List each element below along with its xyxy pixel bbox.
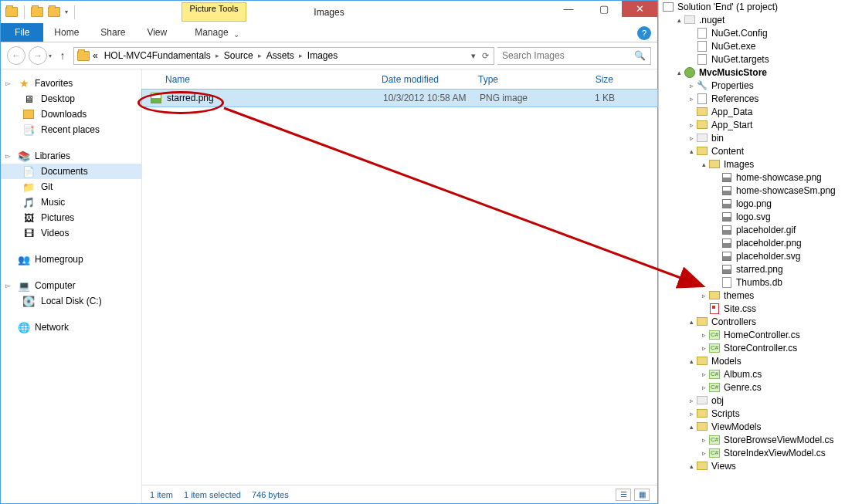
ribbon-tab-view[interactable]: View	[136, 23, 178, 42]
tree-item[interactable]: ▴ViewModels	[659, 420, 845, 433]
tree-item[interactable]: ▹C#Genre.cs	[659, 381, 845, 394]
address-bar[interactable]: « HOL-MVC4Fundamentals▸ Source▸ Assets▸ …	[73, 47, 494, 65]
tree-expander-icon[interactable]: ▹	[699, 449, 708, 457]
ribbon-tab-share[interactable]: Share	[90, 23, 136, 42]
refresh-icon[interactable]: ⟳	[482, 51, 489, 61]
address-dropdown-icon[interactable]: ▾	[471, 51, 476, 61]
app-icon[interactable]	[5, 6, 18, 19]
qat-dropdown-icon[interactable]: ▾	[65, 8, 68, 15]
breadcrumb[interactable]: Source	[221, 50, 256, 61]
breadcrumb[interactable]: Images	[304, 50, 341, 61]
tree-item[interactable]: ▴MvcMusicStore	[659, 66, 845, 79]
tree-item[interactable]: ▴Models	[659, 354, 845, 367]
solution-root[interactable]: Solution 'End' (1 project)	[659, 0, 845, 13]
back-button[interactable]: ←	[7, 46, 25, 65]
help-icon[interactable]: ?	[637, 26, 651, 40]
tree-item[interactable]: ▴Controllers	[659, 315, 845, 328]
tree-item[interactable]: ▹C#StoreBrowseViewModel.cs	[659, 433, 845, 446]
sidebar-item-desktop[interactable]: 🖥Desktop	[1, 91, 141, 107]
breadcrumb[interactable]: Assets	[263, 50, 297, 61]
tree-expander-icon[interactable]: ▴	[699, 161, 708, 168]
tree-item[interactable]: ·Thumbs.db	[659, 276, 845, 289]
sidebar-group-computer[interactable]: ▻💻Computer	[1, 278, 141, 293]
sidebar-item-git[interactable]: 📁Git	[1, 179, 141, 194]
tree-expander-icon[interactable]: ▹	[699, 370, 708, 378]
tree-item[interactable]: ·placeholder.gif	[659, 223, 845, 236]
view-details-button[interactable]: ☰	[616, 489, 631, 501]
ribbon-tab-manage[interactable]: Manage	[184, 23, 239, 42]
tree-item[interactable]: ·logo.png	[659, 197, 845, 210]
tree-item[interactable]: ▹App_Start	[659, 118, 845, 131]
minimize-button[interactable]: —	[551, 1, 586, 17]
column-type[interactable]: Type	[478, 74, 567, 85]
tree-item[interactable]: ▹References	[659, 92, 845, 105]
tree-item[interactable]: ·Site.css	[659, 302, 845, 315]
tree-item[interactable]: ·App_Data	[659, 105, 845, 118]
view-thumbnails-button[interactable]: ▦	[634, 489, 650, 501]
qat-properties-icon[interactable]	[31, 6, 43, 19]
tree-item[interactable]: ▹C#HomeController.cs	[659, 328, 845, 341]
ribbon-tab-home[interactable]: Home	[43, 23, 90, 42]
tree-expander-icon[interactable]: ▹	[699, 436, 708, 444]
sidebar-item-network[interactable]: 🌐Network	[1, 320, 141, 335]
tree-item[interactable]: ▹obj	[659, 394, 845, 407]
sidebar-group-libraries[interactable]: ▻📚Libraries	[1, 148, 141, 164]
sidebar-item-music[interactable]: 🎵Music	[1, 194, 141, 210]
tree-item[interactable]: ·placeholder.svg	[659, 249, 845, 262]
tree-expander-icon[interactable]: ▴	[687, 147, 696, 155]
title-bar[interactable]: ▾ Picture Tools Images — ▢ ✕	[1, 1, 657, 23]
sidebar-item-pictures[interactable]: 🖼Pictures	[1, 210, 141, 225]
file-row[interactable]: starred.png 10/3/2012 10:58 AM PNG image…	[142, 90, 657, 107]
search-input[interactable]	[502, 50, 634, 61]
tree-item[interactable]: ▴Views	[659, 459, 845, 472]
tree-expander-icon[interactable]: ▴	[674, 69, 684, 76]
sidebar-group-favorites[interactable]: ▻★Favorites	[1, 76, 141, 91]
column-size[interactable]: Size	[567, 74, 613, 85]
ribbon-context-tab[interactable]: Picture Tools	[182, 2, 246, 22]
tree-expander-icon[interactable]: ▹	[687, 95, 696, 103]
sidebar-item-documents[interactable]: 📄Documents	[1, 164, 141, 179]
tree-item[interactable]: ·NuGet.targets	[659, 52, 845, 66]
sidebar-item-recent[interactable]: 📑Recent places	[1, 122, 141, 137]
tree-item[interactable]: ·home-showcase.png	[659, 171, 845, 184]
tree-item[interactable]: ▹C#StoreIndexViewModel.cs	[659, 446, 845, 459]
forward-button[interactable]: →	[29, 46, 47, 65]
breadcrumb[interactable]: HOL-MVC4Fundamentals	[101, 50, 214, 61]
qat-new-folder-icon[interactable]	[48, 6, 60, 19]
tree-expander-icon[interactable]: ▴	[687, 423, 696, 431]
tree-expander-icon[interactable]: ▴	[674, 16, 684, 24]
tree-item[interactable]: ▹themes	[659, 289, 845, 302]
search-icon[interactable]: 🔍	[634, 50, 646, 61]
tree-item[interactable]: ·home-showcaseSm.png	[659, 184, 845, 197]
tree-expander-icon[interactable]: ▹	[687, 134, 696, 142]
tree-expander-icon[interactable]: ▹	[687, 121, 696, 129]
tree-expander-icon[interactable]: ▹	[699, 292, 708, 299]
tree-expander-icon[interactable]: ▴	[687, 318, 696, 326]
search-box[interactable]: 🔍	[497, 47, 651, 65]
tree-item[interactable]: ·NuGet.exe	[659, 39, 845, 52]
tree-item[interactable]: ·starred.png	[659, 262, 845, 276]
maximize-button[interactable]: ▢	[586, 1, 622, 17]
tree-expander-icon[interactable]: ▹	[699, 344, 708, 352]
history-dropdown-icon[interactable]: ▾	[49, 52, 52, 59]
tree-item[interactable]: ▴Images	[659, 157, 845, 171]
tree-item[interactable]: ▹🔧Properties	[659, 79, 845, 92]
tree-expander-icon[interactable]: ▹	[687, 397, 696, 404]
tree-item[interactable]: ·NuGet.Config	[659, 26, 845, 39]
tree-item[interactable]: ▹C#Album.cs	[659, 367, 845, 381]
up-button[interactable]: ↑	[55, 48, 70, 63]
tree-item[interactable]: ·placeholder.png	[659, 236, 845, 249]
tree-expander-icon[interactable]: ▹	[687, 82, 696, 90]
tree-expander-icon[interactable]: ▴	[687, 357, 696, 365]
column-date[interactable]: Date modified	[382, 74, 478, 85]
tree-expander-icon[interactable]: ▹	[699, 384, 708, 391]
tree-item[interactable]: ▴.nuget	[659, 13, 845, 26]
tree-item[interactable]: ·logo.svg	[659, 210, 845, 223]
tree-expander-icon[interactable]: ▹	[687, 410, 696, 418]
sidebar-item-downloads[interactable]: Downloads	[1, 107, 141, 122]
ribbon-file-tab[interactable]: File	[1, 23, 43, 42]
sidebar-item-videos[interactable]: 🎞Videos	[1, 225, 141, 241]
tree-item[interactable]: ▹bin	[659, 131, 845, 144]
tree-expander-icon[interactable]: ▹	[699, 331, 708, 339]
sidebar-item-homegroup[interactable]: 👥Homegroup	[1, 252, 141, 267]
